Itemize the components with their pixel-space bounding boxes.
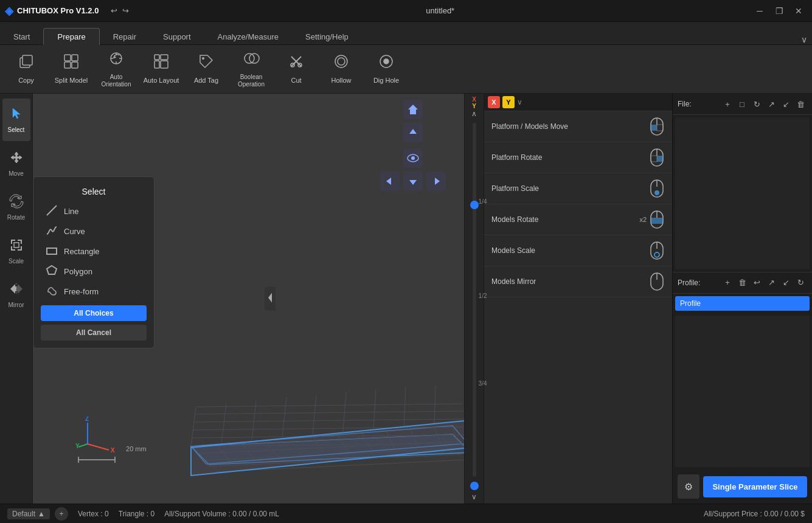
- hollow-icon: [333, 53, 350, 74]
- axes-indicator: Z X Y: [75, 417, 124, 455]
- popup-item-line[interactable]: Line: [41, 201, 147, 221]
- cut-button[interactable]: Cut: [275, 47, 318, 91]
- cut-icon: [288, 53, 305, 74]
- add-tag-button[interactable]: Add Tag: [185, 47, 227, 91]
- nav-up-btn[interactable]: [403, 123, 423, 142]
- tab-prepare[interactable]: Prepare: [43, 28, 99, 45]
- window-controls: ─ ❐ ✕: [751, 2, 807, 19]
- collapse-panel-btn[interactable]: [265, 287, 276, 311]
- chevron-down-icon[interactable]: ∨: [801, 35, 807, 44]
- sidebar-item-mirror[interactable]: Mirror: [2, 274, 30, 316]
- sidebar-item-rotate[interactable]: Rotate: [2, 186, 30, 229]
- file-export-btn[interactable]: ↗: [765, 97, 778, 111]
- chevron-up-icon[interactable]: ∧: [471, 109, 477, 118]
- toolbar: Copy Split Model AutoOrientation: [0, 45, 812, 94]
- rectangle-icon: [46, 244, 58, 258]
- close-btn[interactable]: ✕: [790, 2, 807, 19]
- slice-button[interactable]: Single Parameter Slice: [703, 476, 807, 497]
- hint-platform-move-label: Platform / Models Move: [491, 122, 649, 131]
- profile-item-active[interactable]: Profile: [675, 296, 810, 311]
- nav-right-btn[interactable]: [426, 171, 446, 191]
- svg-line-61: [434, 386, 435, 423]
- profile-undo-btn[interactable]: ↩: [750, 276, 763, 289]
- split-model-button[interactable]: Split Model: [50, 47, 92, 91]
- nav-left-btn[interactable]: [380, 171, 400, 191]
- auto-layout-button[interactable]: Auto Layout: [140, 47, 182, 91]
- profile-add-btn[interactable]: +: [721, 276, 734, 289]
- svg-text:Z: Z: [85, 417, 89, 422]
- hint-platform-rotate: Platform Rotate: [484, 142, 672, 173]
- add-tag-label: Add Tag: [194, 77, 218, 85]
- sidebar-item-scale[interactable]: Scale: [2, 230, 30, 272]
- file-box-btn[interactable]: □: [735, 97, 749, 111]
- polygon-icon: [46, 265, 58, 279]
- svg-rect-8: [161, 55, 168, 60]
- popup-item-polygon[interactable]: Polygon: [41, 262, 147, 282]
- hints-list: Platform / Models Move Platform Rotate: [484, 111, 672, 504]
- file-add-btn[interactable]: +: [721, 97, 734, 111]
- y-label: Y: [472, 103, 476, 109]
- chevron-hints-down[interactable]: ∨: [517, 98, 522, 106]
- maximize-btn[interactable]: ❐: [771, 2, 788, 19]
- dig-hole-label: Dig Hole: [373, 77, 399, 85]
- sidebar-item-move[interactable]: Move: [2, 142, 30, 185]
- copy-button[interactable]: Copy: [5, 47, 47, 91]
- svg-point-11: [202, 57, 204, 60]
- profile-delete-btn[interactable]: 🗑: [735, 276, 749, 289]
- profile-export-btn[interactable]: ↗: [765, 276, 778, 289]
- svg-rect-78: [657, 125, 663, 131]
- y-btn[interactable]: Y: [502, 96, 515, 108]
- tab-repair[interactable]: Repair: [100, 29, 150, 45]
- redo-icon[interactable]: ↪: [122, 6, 129, 15]
- svg-line-55: [252, 401, 256, 440]
- sidebar-item-select[interactable]: Select: [2, 99, 30, 141]
- bottom-profile-selector[interactable]: Default ▲: [7, 508, 50, 519]
- dig-hole-button[interactable]: Dig Hole: [365, 47, 408, 91]
- auto-orientation-button[interactable]: AutoOrientation: [95, 47, 137, 91]
- tab-support[interactable]: Support: [150, 29, 204, 45]
- file-header: File: + □ ↻ ↗ ↙ 🗑: [673, 94, 812, 115]
- profile-import-btn[interactable]: ↙: [779, 276, 793, 289]
- svg-line-60: [404, 387, 406, 426]
- popup-item-curve[interactable]: Curve: [41, 221, 147, 241]
- svg-point-21: [384, 59, 389, 64]
- svg-rect-9: [154, 61, 159, 68]
- chevron-down-icon[interactable]: ∨: [471, 493, 477, 501]
- file-import-btn[interactable]: ↙: [779, 97, 793, 111]
- select-popup: Select Line Curve Rectangle Polygon: [33, 176, 154, 348]
- all-choices-button[interactable]: All Choices: [41, 305, 147, 321]
- all-cancel-button[interactable]: All Cancel: [41, 325, 147, 341]
- hollow-button[interactable]: Hollow: [320, 47, 363, 91]
- bottom-add-btn[interactable]: +: [55, 507, 68, 521]
- mouse-icon-move: [649, 116, 665, 137]
- boolean-operation-button[interactable]: BooleanOperation: [230, 47, 272, 91]
- svg-rect-22: [14, 243, 19, 248]
- hint-models-rotate-label: Models Rotate: [491, 215, 639, 224]
- minimize-btn[interactable]: ─: [751, 2, 768, 19]
- svg-rect-77: [651, 125, 657, 131]
- x-close-btn[interactable]: X: [488, 96, 500, 108]
- app-logo: ◈ CHITUBOX Pro V1.2.0: [5, 4, 99, 18]
- file-refresh-btn[interactable]: ↻: [750, 97, 763, 111]
- triangle-label: Triangle : 0: [119, 510, 155, 518]
- x-label: X: [472, 96, 476, 103]
- home-nav-btn[interactable]: [403, 100, 423, 119]
- undo-icon[interactable]: ↩: [111, 6, 117, 15]
- file-delete-btn[interactable]: 🗑: [794, 97, 807, 111]
- svg-line-53: [191, 407, 196, 446]
- svg-rect-3: [72, 55, 78, 61]
- popup-item-rectangle[interactable]: Rectangle: [41, 241, 147, 262]
- left-sidebar: Select Move Rotate: [0, 94, 33, 504]
- tab-setting[interactable]: Setting/Help: [292, 29, 362, 45]
- tab-analyze[interactable]: Analyze/Measure: [204, 29, 292, 45]
- freeform-icon: [46, 285, 58, 299]
- eye-nav-btn[interactable]: [403, 148, 423, 168]
- slice-settings-btn[interactable]: ⚙: [678, 474, 699, 499]
- profile-refresh-btn[interactable]: ↻: [794, 276, 807, 289]
- nav-controls: [380, 100, 446, 191]
- popup-rectangle-label: Rectangle: [64, 247, 100, 256]
- popup-item-freeform[interactable]: Free-form: [41, 282, 147, 302]
- tab-start[interactable]: Start: [0, 29, 43, 45]
- copy-label: Copy: [18, 77, 34, 85]
- nav-down-btn[interactable]: [403, 171, 423, 191]
